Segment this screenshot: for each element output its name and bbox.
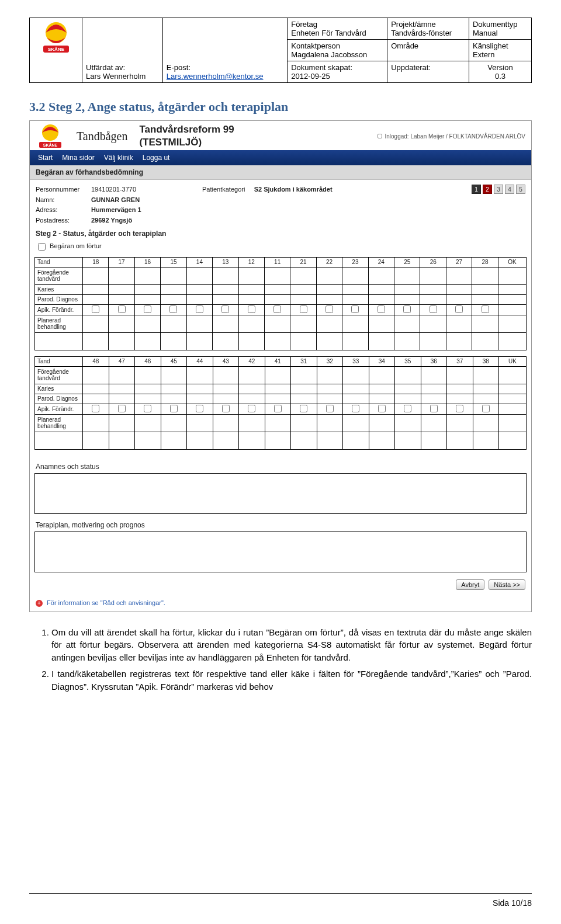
cell[interactable] [499, 366, 527, 384]
cell[interactable] [447, 366, 473, 384]
cell[interactable] [473, 394, 499, 404]
apik-checkbox-22[interactable] [325, 305, 333, 313]
apik-checkbox-13[interactable] [221, 305, 229, 313]
cell[interactable] [83, 267, 109, 284]
cell[interactable] [109, 432, 135, 449]
cell[interactable] [343, 384, 369, 394]
cell[interactable] [395, 394, 421, 404]
cell[interactable] [420, 332, 446, 350]
cell[interactable] [473, 366, 499, 384]
cell[interactable] [109, 267, 134, 284]
cell[interactable] [499, 404, 527, 414]
cell[interactable] [473, 432, 499, 449]
cell[interactable] [421, 404, 447, 414]
cell[interactable] [446, 304, 472, 315]
cell[interactable] [368, 332, 394, 350]
cell[interactable] [499, 394, 527, 404]
cell[interactable] [317, 366, 343, 384]
cell[interactable] [83, 284, 109, 294]
apik-checkbox-17[interactable] [118, 305, 126, 313]
cell[interactable] [472, 304, 498, 315]
cell[interactable] [83, 384, 109, 394]
cell[interactable] [368, 304, 394, 315]
step-3[interactable]: 3 [494, 185, 503, 194]
cell[interactable] [446, 332, 472, 350]
cell[interactable] [290, 294, 316, 304]
cell[interactable] [213, 366, 239, 384]
cell[interactable] [421, 366, 447, 384]
cell[interactable] [239, 404, 265, 414]
cell[interactable] [343, 414, 369, 432]
cell[interactable] [265, 384, 291, 394]
cell[interactable] [134, 267, 160, 284]
step-4[interactable]: 4 [505, 185, 514, 194]
cell[interactable] [290, 284, 316, 294]
cell[interactable] [421, 384, 447, 394]
cell[interactable] [213, 414, 239, 432]
cell[interactable] [186, 284, 212, 294]
cell[interactable] [109, 284, 134, 294]
cell[interactable] [264, 304, 290, 315]
cell[interactable] [109, 384, 135, 394]
cell[interactable] [316, 294, 342, 304]
cell[interactable] [264, 332, 290, 350]
cell[interactable] [342, 315, 368, 332]
cell[interactable] [369, 394, 395, 404]
cell[interactable] [109, 294, 134, 304]
nav-logga-ut[interactable]: Logga ut [143, 154, 170, 162]
cell[interactable] [420, 294, 446, 304]
cell[interactable] [239, 366, 265, 384]
cell[interactable] [265, 414, 291, 432]
cell[interactable] [395, 414, 421, 432]
cell[interactable] [134, 294, 160, 304]
apik-checkbox-32[interactable] [326, 405, 334, 412]
cell[interactable] [498, 332, 526, 350]
cell[interactable] [395, 384, 421, 394]
cell[interactable] [343, 366, 369, 384]
cell[interactable] [109, 414, 135, 432]
cell[interactable] [213, 315, 238, 332]
cell[interactable] [291, 404, 317, 414]
apik-checkbox-12[interactable] [248, 305, 255, 313]
cell[interactable] [369, 414, 395, 432]
cell[interactable] [473, 384, 499, 394]
cell[interactable] [83, 366, 109, 384]
cell[interactable] [265, 394, 291, 404]
cell[interactable] [394, 284, 420, 294]
cell[interactable] [238, 284, 264, 294]
apik-checkbox-41[interactable] [274, 405, 282, 412]
cell[interactable] [83, 414, 109, 432]
cell[interactable] [109, 304, 134, 315]
cell[interactable] [472, 267, 498, 284]
cell[interactable] [135, 432, 161, 449]
cell[interactable] [109, 404, 135, 414]
cell[interactable] [472, 315, 498, 332]
cell[interactable] [134, 315, 160, 332]
next-button[interactable]: Nästa >> [489, 579, 525, 590]
cell[interactable] [187, 384, 213, 394]
cell[interactable] [472, 294, 498, 304]
apik-checkbox-44[interactable] [196, 405, 203, 412]
cell[interactable] [135, 414, 161, 432]
cell[interactable] [213, 294, 238, 304]
cell[interactable] [421, 414, 447, 432]
cell[interactable] [238, 332, 264, 350]
cell[interactable] [238, 304, 264, 315]
cell[interactable] [238, 294, 264, 304]
cell[interactable] [134, 304, 160, 315]
cell[interactable] [368, 267, 394, 284]
cell[interactable] [290, 267, 316, 284]
cell[interactable] [213, 304, 238, 315]
cell[interactable] [394, 315, 420, 332]
cell[interactable] [161, 394, 187, 404]
cell[interactable] [369, 432, 395, 449]
apik-checkbox-47[interactable] [118, 405, 126, 412]
cell[interactable] [394, 267, 420, 284]
cell[interactable] [420, 315, 446, 332]
cell[interactable] [316, 315, 342, 332]
cell[interactable] [369, 384, 395, 394]
cell[interactable] [264, 284, 290, 294]
cell[interactable] [239, 384, 265, 394]
cell[interactable] [239, 394, 265, 404]
apik-checkbox-45[interactable] [170, 405, 178, 412]
